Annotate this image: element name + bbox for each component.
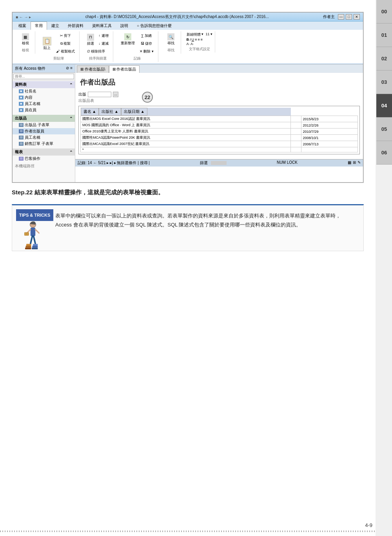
nav-item-pub-sub[interactable]: ⊟ 出版品 子表單 <box>13 122 75 128</box>
nav-section-reports-header[interactable]: 報表 ⌃ <box>13 148 75 156</box>
side-tab-03[interactable]: 03 <box>376 71 392 94</box>
find-icon: 🔍 <box>167 33 174 40</box>
nav-footer: 本機端路徑 <box>13 163 75 170</box>
svg-line-3 <box>35 230 39 233</box>
view-icon-normal[interactable]: ▦ <box>348 160 351 166</box>
figure-svg <box>21 221 45 260</box>
form-icon-4: ⊟ <box>19 142 24 146</box>
find-button[interactable]: 🔍 尋找 <box>165 32 176 47</box>
view-icon-design[interactable]: ✎ <box>358 160 361 166</box>
nav-item-author-pub[interactable]: ⊟ 作者出版員 <box>13 128 75 134</box>
tips-figure <box>16 221 49 268</box>
side-tab-04[interactable]: 04 <box>376 94 392 118</box>
nav-item-inventory[interactable]: ■ 員在員 <box>13 107 75 113</box>
cell-new[interactable]: * <box>81 147 291 152</box>
report-icon: ⊟ <box>19 157 24 161</box>
new-button[interactable]: ∑ 加總 <box>138 32 156 40</box>
filter-button[interactable]: ⊓ 篩選 <box>85 33 96 47</box>
form-field-label: 出版 <box>78 92 86 97</box>
nav-section-forms-toggle[interactable]: ⌃ <box>69 116 73 121</box>
table-icon-3: ■ <box>19 102 24 106</box>
nav-header: 所有 Access 物件 ⊘ ≡ <box>13 65 75 73</box>
form-sublabel: 出版品表 <box>78 98 118 103</box>
filter-status: 篩選 <box>200 160 208 166</box>
records-group-label: 記錄 <box>134 56 141 61</box>
refresh-button[interactable]: ↻ 重新整理 <box>119 32 137 47</box>
screenshot-container: ■ ← → ▸ chap4 - 資料庫- D:\MOS2106_Access\A… <box>12 12 364 183</box>
nav-item-sales-sub-label: 銷售訂單 子表單 <box>25 141 53 147</box>
formatpainter-button[interactable]: 🖌 複製格式 <box>54 48 77 55</box>
tab-external[interactable]: 外部資料 <box>64 22 88 30</box>
nav-section-tables-toggle[interactable]: ⌃ <box>69 83 73 87</box>
tab-item-home[interactable]: ⊠ 作者出版品\ <box>77 65 109 73</box>
tab-db-tools[interactable]: 資料庫工具 <box>88 22 116 30</box>
nav-section-tables-header[interactable]: 資料表 ⌃ <box>13 81 75 88</box>
table-row: 國際出MCA3認識Excel 2007世紀 書庫資訊 2006/7/13 <box>81 141 358 147</box>
nav-item-sales-sub[interactable]: ⊟ 銷售訂單 子表單 <box>13 141 75 147</box>
form-field-input[interactable] <box>88 92 111 97</box>
nav-item-author-pub-label: 作者出版員 <box>25 129 44 134</box>
find-group-label: 尋找 <box>167 48 174 53</box>
maximize-button[interactable]: □ <box>346 14 352 20</box>
table-icon: ■ <box>19 89 24 93</box>
save-button[interactable]: 🖫 儲存 <box>138 40 156 47</box>
tab-help[interactable]: 說明 <box>116 22 132 30</box>
record-info: 記錄: 14 ← 5/21 ▸ ▸| ▸ 無篩選條件 | 搜尋 | <box>78 160 150 166</box>
close-button[interactable]: ✕ <box>354 14 360 20</box>
remove-sort-button[interactable]: ∅ 移除排序 <box>85 48 107 55</box>
nav-item-social[interactable]: ■ 社長名 <box>13 88 75 94</box>
sort-desc-button[interactable]: ↓ 遞減 <box>97 40 111 47</box>
tab-search[interactable]: ○ 告訴我您想做什麼 <box>132 22 176 30</box>
cell-book-4: 國際性MCA3認識PowerPoint 20K 書庫資訊 <box>81 135 291 141</box>
nav-item-staff[interactable]: ■ 員工名稱 <box>13 101 75 107</box>
form-title: 作者出版品 <box>78 76 360 89</box>
side-tab-06[interactable]: 06 <box>376 141 392 165</box>
tips-paragraph-1: 表單中的欄位可以來自一張以上的資料表或查詢。若表單製作的資料來源是來自於多張資料… <box>55 211 356 231</box>
author-label: 作者主 <box>323 14 335 20</box>
tab-item-pub[interactable]: ⊠ 作者出版品 <box>109 65 140 73</box>
copy-button[interactable]: ⧉ 複製 <box>54 40 77 47</box>
nav-section-reports-toggle[interactable]: ⌃ <box>69 150 73 154</box>
side-tab-02[interactable]: 02 <box>376 47 392 71</box>
view-button[interactable]: ▦ 檢視 <box>20 32 31 47</box>
delete-button[interactable]: ✕ 刪除 ▾ <box>138 48 156 55</box>
cut-button[interactable]: ✂ 剪下 <box>54 32 77 40</box>
form-field-picker[interactable]: ... <box>113 92 118 97</box>
view-icon-layout[interactable]: ⊞ <box>353 160 356 166</box>
form-icon-3: ⊟ <box>19 136 24 139</box>
minimize-button[interactable]: — <box>338 14 344 20</box>
table-icon-4: ■ <box>19 108 24 112</box>
tab-bar: ⊠ 作者出版品\ ⊠ 作者出版品 <box>75 65 363 73</box>
tab-home[interactable]: 常用 <box>31 22 47 30</box>
nav-filter-icon[interactable]: ⊘ ≡ <box>66 66 73 71</box>
tab-file[interactable]: 檔案 <box>14 22 31 30</box>
cell-date-4: 2008/10/1 <box>301 135 358 141</box>
nav-section-forms-header[interactable]: 出版品 ⌃ <box>13 115 75 122</box>
side-tab-05[interactable]: 05 <box>376 118 392 141</box>
paste-button[interactable]: 📋 貼上 <box>41 36 53 52</box>
cell-pub-3 <box>291 129 301 135</box>
side-tab-01[interactable]: 01 <box>376 24 392 47</box>
window-title: chap4 - 資料庫- D:\MOS2106_Access\Access舊文件… <box>31 14 323 20</box>
page-number: 4-9 <box>365 522 372 528</box>
col-publisher: 出版社 ▲ <box>99 108 121 116</box>
tab-create[interactable]: 建立 <box>47 22 64 30</box>
svg-rect-10 <box>25 248 31 250</box>
nav-section-tables-label: 資料表 <box>15 82 27 87</box>
nav-item-content[interactable]: ■ 内容 <box>13 94 75 101</box>
sort-asc-button[interactable]: ↑ 遞增 <box>97 32 111 40</box>
side-tab-00[interactable]: 00 <box>376 0 392 24</box>
nav-item-staff-name-label: 員工名稱 <box>25 135 40 140</box>
svg-rect-12 <box>32 246 38 248</box>
form-view: 作者出版品 出版 ... 出版品表 2 <box>75 73 363 159</box>
tips-box: TIPS & TRICKS <box>12 204 364 251</box>
cell-pub-1 <box>291 116 301 122</box>
cell-book-5: 國際出MCA3認識Excel 2007世紀 書庫資訊 <box>81 141 291 147</box>
nav-section-reports: 報表 ⌃ ⊟ 巴客操作 <box>13 148 75 163</box>
cell-date-5: 2006/7/13 <box>301 141 358 147</box>
nav-item-ops[interactable]: ⊟ 巴客操作 <box>13 156 75 162</box>
nav-section-tables: 資料表 ⌃ ■ 社長名 ■ 内容 ■ 員工名稱 <box>13 80 75 114</box>
nav-search-input[interactable] <box>13 74 74 79</box>
main-area: ⊠ 作者出版品\ ⊠ 作者出版品 作者出版品 出版 ... <box>75 65 363 182</box>
nav-item-staff-name[interactable]: ⊟ 員工名稱 <box>13 134 75 141</box>
